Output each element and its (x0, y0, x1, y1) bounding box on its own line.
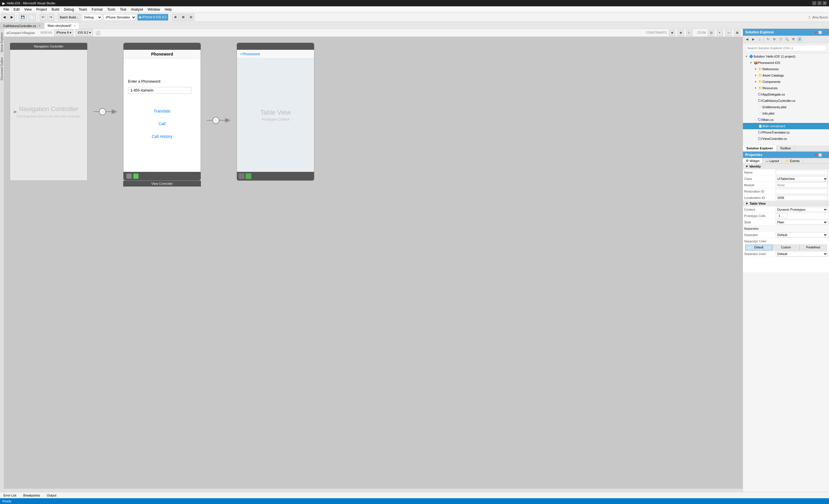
tab-close-icon[interactable]: ✕ (38, 24, 41, 27)
se-home-btn[interactable]: ⌂ (757, 37, 762, 42)
solution-explorer-close[interactable]: ✕ (823, 30, 827, 34)
name-input[interactable] (776, 170, 828, 175)
navigation-controller-frame[interactable]: ► Navigation Controller Ctrl+drag from h… (10, 43, 87, 181)
se-back-btn[interactable]: ◀ (744, 37, 750, 42)
toolbar-forward-btn[interactable]: ▶ (9, 14, 15, 21)
separator-custom-btn[interactable]: Custom (772, 245, 799, 250)
toolbar-undo-btn[interactable]: ↩ (40, 14, 46, 21)
solution-explorer-search[interactable] (745, 45, 827, 51)
menu-item-analyze[interactable]: Analyze (129, 7, 146, 12)
tab-close-icon[interactable]: ✕ (74, 24, 76, 27)
toolbar-back-btn[interactable]: ◀ (1, 14, 7, 21)
toolbar-extra-btn2[interactable]: ⊞ (180, 14, 186, 21)
menu-item-view[interactable]: View (22, 7, 34, 12)
tree-item[interactable]: ▼ 📁 Components (743, 79, 829, 85)
tree-item[interactable]: ▼ 📁 Resources (743, 85, 829, 91)
module-input[interactable] (776, 182, 828, 188)
menu-item-build[interactable]: Build (49, 7, 62, 12)
tree-item[interactable]: C# AppDelegate.cs (743, 91, 829, 98)
solution-explorer-float[interactable]: ⬜ (818, 30, 822, 34)
bottom-tab-error-list[interactable]: Error List (2, 493, 17, 498)
minimize-button[interactable]: — (812, 1, 816, 5)
tree-item[interactable]: ▼ 📁 Asset Catalogs (743, 72, 829, 79)
separator-select[interactable]: Default (776, 232, 828, 238)
restoration-id-input[interactable] (776, 189, 828, 194)
tree-item[interactable]: C# ViewController.cs (743, 136, 829, 142)
se-props-btn[interactable]: ⚒ (790, 37, 796, 42)
tvc-back-btn[interactable]: < Phoneword (240, 52, 260, 56)
tree-item[interactable]: 📄 Entitlements.plist (743, 104, 829, 110)
tree-item[interactable]: ▼ 📦 Phoneword iOS (743, 60, 829, 66)
toolbar-extra-btn3[interactable]: ⊟ (188, 14, 194, 21)
style-select[interactable]: Plain (776, 220, 828, 225)
se-forward-btn[interactable]: ▶ (750, 37, 756, 42)
se-settings-btn[interactable]: ⚙ (771, 37, 777, 42)
props-close[interactable]: ✕ (823, 153, 827, 157)
zoom-grid-btn[interactable]: ⊞ (734, 30, 740, 36)
menu-item-help[interactable]: Help (163, 7, 174, 12)
tab-main-storyboard-[interactable]: Main.storyboard*✕ (44, 23, 79, 29)
vc-phoneword-input[interactable] (128, 87, 191, 94)
menu-item-debug[interactable]: Debug (62, 7, 76, 12)
class-select[interactable]: UITableView (776, 176, 828, 181)
zoom-out-btn[interactable]: — (725, 30, 732, 36)
toolbar-debug-select[interactable]: DebugRelease (82, 14, 102, 21)
constraints-btn3[interactable]: □ (686, 30, 692, 36)
menu-item-window[interactable]: Window (145, 7, 163, 12)
props-tab-layout[interactable]: — Layout (762, 158, 782, 164)
tree-item[interactable]: C# PhoneTranslator.cs (743, 129, 829, 136)
separator-inset-select[interactable]: Default (776, 251, 828, 256)
canvas-scrollbar-h[interactable] (4, 489, 743, 492)
sidebar-item-server-explorer[interactable]: Server Explorer (0, 30, 4, 55)
vc-translate-btn[interactable]: Translate (128, 107, 196, 116)
menu-item-project[interactable]: Project (34, 7, 49, 12)
menu-item-file[interactable]: File (1, 7, 11, 12)
menu-item-format[interactable]: Format (89, 7, 105, 12)
prototype-cells-input[interactable] (776, 213, 787, 218)
toolbar-new-btn[interactable]: 📄 (28, 14, 36, 21)
solution-explorer-pin[interactable]: 📌 (814, 30, 818, 34)
tab-toolbox[interactable]: Toolbox (777, 145, 795, 151)
menu-item-tools[interactable]: Tools (105, 7, 118, 12)
constraints-btn2[interactable]: ⊗ (678, 30, 684, 36)
separator-default-btn[interactable]: Default (745, 245, 772, 250)
localization-id-input[interactable] (776, 195, 828, 200)
menu-item-edit[interactable]: Edit (11, 7, 22, 12)
separator-predefined-btn[interactable]: Predefined (800, 245, 827, 250)
toolbar-redo-btn[interactable]: ↪ (47, 14, 54, 21)
vc-callhistory-btn[interactable]: Call History (128, 132, 196, 141)
tree-item[interactable]: C# CallHistoryController.cs (743, 98, 829, 104)
content-select[interactable]: Dynamic Prototypes (776, 207, 828, 212)
zoom-fit-btn[interactable]: ⊡ (708, 30, 714, 36)
tree-item[interactable]: C# Main.cs (743, 116, 829, 123)
se-search-btn[interactable]: 🔍 (784, 37, 790, 42)
view-controller-frame[interactable]: Phoneword Enter a Phoneword: Translate C… (123, 43, 201, 181)
maximize-button[interactable]: □ (818, 1, 822, 5)
props-tab-events[interactable]: ⚡ Events (782, 158, 803, 164)
menu-item-team[interactable]: Team (76, 7, 89, 12)
bottom-tab-breakpoints[interactable]: Breakpoints (22, 493, 41, 498)
zoom-in-btn[interactable]: + (717, 30, 723, 36)
constraints-btn1[interactable]: ⊕ (669, 30, 675, 36)
se-active-btn[interactable]: ☰ (797, 37, 802, 42)
toolbar-batch-build-btn[interactable]: Batch Build... (58, 14, 81, 21)
toolbar-simulator-select[interactable]: iPhone Simulator (103, 14, 136, 21)
table-view-controller-frame[interactable]: < Phoneword Table View Prototype Content (237, 43, 314, 181)
vc-call-btn[interactable]: Call (128, 119, 196, 129)
toolbar-save-btn[interactable]: 💾 (19, 14, 27, 21)
props-tab-widget[interactable]: ⚙ Widget (743, 158, 762, 164)
toolbar-run-btn[interactable]: ▶ iPhone 6 iOS 9.2 (137, 14, 168, 21)
device-dropdown[interactable]: iPhone 6 ▾ (55, 29, 73, 36)
props-pin[interactable]: 📌 (814, 153, 818, 157)
close-button[interactable]: ✕ (823, 1, 827, 5)
ios-dropdown[interactable]: iOS 9.2 ▾ (76, 29, 93, 36)
tree-item[interactable]: ▼ 📁 References (743, 66, 829, 72)
bottom-tab-output[interactable]: Output (46, 493, 58, 498)
tree-item[interactable]: 📄 Info.plist (743, 110, 829, 116)
se-filter-btn[interactable]: ▽ (778, 37, 784, 42)
menu-item-test[interactable]: Test (118, 7, 129, 12)
se-refresh-btn[interactable]: ↻ (765, 37, 771, 42)
toolbar-extra-btn1[interactable]: ⊕ (172, 14, 179, 21)
tab-solution-explorer[interactable]: Solution Explorer (743, 145, 777, 151)
sidebar-item-document-outline[interactable]: Document Outline (0, 55, 4, 83)
